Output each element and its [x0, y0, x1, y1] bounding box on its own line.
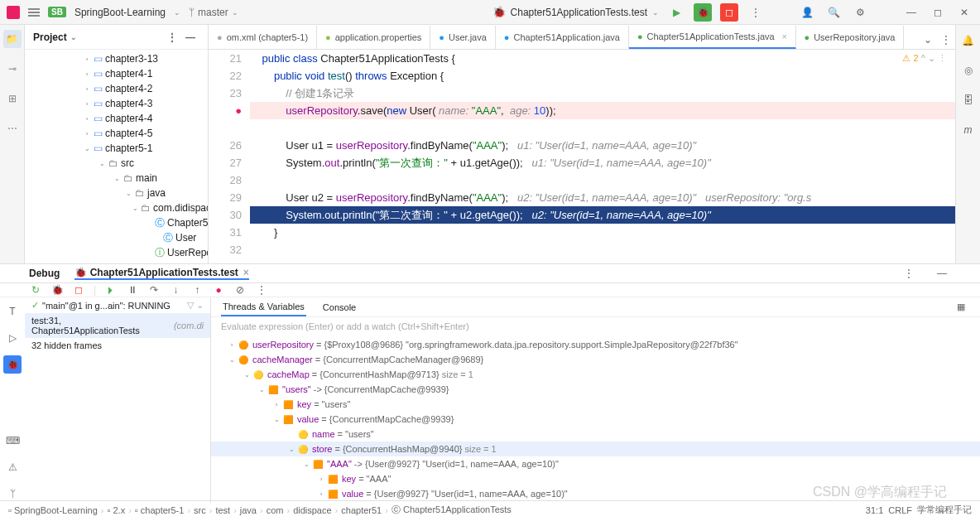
step-into-icon[interactable]: ↓ — [169, 283, 182, 297]
crumb[interactable]: ▫ 2.x — [108, 505, 126, 515]
breakpoints-icon[interactable]: ● — [212, 283, 225, 297]
debug-active-icon[interactable]: 🐞 — [3, 355, 22, 374]
var-node[interactable]: 🟡name = "users" — [211, 427, 980, 442]
var-node[interactable]: ⌄🟠cacheManager = {ConcurrentMapCacheMana… — [211, 352, 980, 367]
run-configuration[interactable]: 🐞 Chapter51ApplicationTests.test ⌄ — [492, 6, 659, 18]
var-node[interactable]: ›🟠userRepository = {$Proxy108@9686} "org… — [211, 337, 980, 352]
tree-node[interactable]: ⌄▭chapter5-1 — [25, 141, 208, 156]
crumb[interactable]: didispace — [293, 505, 331, 515]
frame-item[interactable]: ✓ "main"@1 in g...ain": RUNNING▽ ⌄ — [25, 297, 210, 313]
editor-tab[interactable]: ●UserRepository.java — [796, 26, 905, 49]
layout-icon[interactable]: ▦ — [952, 298, 970, 316]
ai-icon[interactable]: ◎ — [959, 61, 978, 80]
minimize-icon[interactable]: — — [902, 3, 920, 22]
editor-tab[interactable]: ●om.xml (chapter5-1) — [209, 26, 317, 49]
notifications-icon[interactable]: 🔔 — [959, 31, 978, 50]
tree-node[interactable]: ⌄🗀src — [25, 156, 208, 171]
crumb[interactable]: test — [215, 505, 230, 515]
pause-icon[interactable]: ⏸ — [126, 283, 139, 297]
tree-node[interactable]: ›▭chapter4-1 — [25, 66, 208, 81]
hide-icon[interactable]: — — [933, 264, 951, 282]
maven-icon[interactable]: m — [959, 121, 978, 139]
rerun-debug-icon[interactable]: 🐞 — [50, 283, 64, 297]
text-icon[interactable]: T — [3, 302, 22, 321]
crumb[interactable]: src — [194, 505, 206, 515]
debug-tab[interactable]: Debug — [29, 268, 60, 279]
crumb[interactable]: chapter51 — [341, 505, 382, 515]
crumb[interactable]: com — [267, 505, 284, 515]
cursor-pos[interactable]: 31:1 — [866, 505, 883, 515]
search-icon[interactable]: 🔍 — [824, 3, 843, 22]
debug-button[interactable]: 🐞 — [694, 3, 712, 22]
crumb[interactable]: ▫ chapter5-1 — [135, 505, 185, 515]
tree-node[interactable]: ›▭chapter3-13 — [25, 51, 208, 66]
breadcrumbs[interactable]: ▫ SpringBoot-Learning › ▫ 2.x › ▫ chapte… — [8, 504, 512, 516]
warn-badge[interactable]: ⚠ 2 ^ ⌄ ⋮ — [902, 53, 947, 64]
frame-item[interactable]: test:31, Chapter51ApplicationTests (com.… — [25, 313, 210, 338]
var-node[interactable]: ⌄🟡store = {ConcurrentHashMap@9940} size … — [211, 442, 980, 456]
more-icon[interactable]: ⋮ — [255, 283, 268, 297]
chevron-down-icon[interactable]: ⌄ — [174, 8, 180, 17]
terminal-icon[interactable]: ⌨ — [3, 432, 22, 450]
project-tree[interactable]: ›▭chapter3-13›▭chapter4-1›▭chapter4-2›▭c… — [25, 50, 208, 262]
main-menu-icon[interactable] — [28, 8, 40, 17]
tree-node[interactable]: ›▭chapter4-3 — [25, 96, 208, 111]
stop-icon[interactable]: ◻ — [72, 283, 85, 297]
tree-node[interactable]: ›▭chapter4-4 — [25, 111, 208, 126]
step-out-icon[interactable]: ↑ — [190, 283, 204, 297]
var-node[interactable]: ⌄🟡cacheMap = {ConcurrentHashMap@9713} si… — [211, 367, 980, 382]
var-node[interactable]: ⌄🟧"users" -> {ConcurrentMapCache@9939} — [211, 382, 980, 397]
editor-tab[interactable]: ●User.java — [430, 26, 496, 49]
git-branch[interactable]: ᛘ master ⌄ — [189, 7, 238, 18]
crumb[interactable]: ⓒ Chapter51ApplicationTests — [392, 504, 512, 516]
threads-tab[interactable]: Threads & Variables — [221, 298, 306, 316]
code-editor[interactable]: ⚠ 2 ^ ⌄ ⋮ 212223●262728293031323334 publ… — [209, 50, 955, 263]
step-over-icon[interactable]: ↷ — [147, 283, 161, 297]
git-icon[interactable]: ᛘ — [3, 485, 22, 503]
resume-icon[interactable]: ⏵ — [104, 283, 118, 297]
frames-panel[interactable]: ✓ "main"@1 in g...ain": RUNNING▽ ⌄test:3… — [25, 297, 211, 503]
run-button[interactable]: ▶ — [667, 3, 685, 22]
project-tool-icon[interactable]: 📁 — [3, 30, 22, 48]
chevron-down-icon[interactable]: ⌄ — [70, 33, 77, 41]
tree-node[interactable]: ›▭chapter4-2 — [25, 81, 208, 96]
commit-tool-icon[interactable]: ⊸ — [3, 60, 22, 78]
maximize-icon[interactable]: ◻ — [929, 3, 947, 22]
editor-tab[interactable]: ●Chapter51ApplicationTests.java× — [629, 26, 796, 49]
more-icon[interactable]: ⋮ — [163, 28, 181, 46]
var-node[interactable]: ›🟧value = {User@9927} "User(id=1, name=A… — [211, 486, 980, 501]
var-node[interactable]: ›🟧key = "users" — [211, 397, 980, 412]
structure-tool-icon[interactable]: ⊞ — [3, 89, 22, 108]
settings-icon[interactable]: ⚙ — [851, 3, 869, 22]
var-node[interactable]: ⌄🟧"AAA" -> {User@9927} "User(id=1, name=… — [211, 456, 980, 471]
tree-node[interactable]: ›▭chapter4-5 — [25, 126, 208, 141]
hide-icon[interactable]: — — [181, 28, 199, 46]
crumb[interactable]: ▫ SpringBoot-Learning — [8, 505, 98, 515]
var-node[interactable]: ⌄🟧value = {ConcurrentMapCache@9939} — [211, 412, 980, 427]
stop-button[interactable]: ◻ — [720, 3, 738, 22]
database-icon[interactable]: 🗄 — [959, 91, 978, 109]
rerun-icon[interactable]: ↻ — [29, 283, 42, 297]
tree-node[interactable]: ⒸChapter51Applica — [25, 215, 208, 230]
mute-breakpoints-icon[interactable]: ⊘ — [233, 283, 247, 297]
chevron-down-icon[interactable]: ⌄ — [919, 31, 937, 49]
tree-node[interactable]: ⌄🗀java — [25, 186, 208, 200]
tree-node[interactable]: ⌄🗀main — [25, 171, 208, 186]
console-tab[interactable]: Console — [321, 299, 358, 316]
debug-run-tab[interactable]: 🐞 Chapter51ApplicationTests.test× — [74, 267, 249, 280]
line-sep[interactable]: CRLF — [888, 505, 912, 515]
more-tool-icon[interactable]: ⋯ — [3, 119, 22, 138]
tree-node[interactable]: ⒾUserRepository — [25, 245, 208, 260]
project-name[interactable]: SpringBoot-Learning — [74, 7, 166, 18]
more-icon[interactable]: ⋮ — [900, 264, 918, 282]
editor-tab[interactable]: ●application.properties — [317, 26, 430, 49]
crumb[interactable]: java — [240, 505, 257, 515]
more-icon[interactable]: ⋮ — [747, 3, 765, 22]
editor-tab[interactable]: ●Chapter51Application.java — [496, 26, 629, 49]
play-icon[interactable]: ▷ — [3, 329, 22, 347]
var-node[interactable]: ›🟧key = "AAA" — [211, 471, 980, 486]
frame-item[interactable]: 32 hidden frames — [25, 338, 210, 353]
tree-node[interactable]: ⒸUser — [25, 230, 208, 245]
code-lines[interactable]: public class Chapter51ApplicationTests {… — [250, 50, 955, 263]
variables-tree[interactable]: ›🟠userRepository = {$Proxy108@9686} "org… — [211, 335, 980, 503]
